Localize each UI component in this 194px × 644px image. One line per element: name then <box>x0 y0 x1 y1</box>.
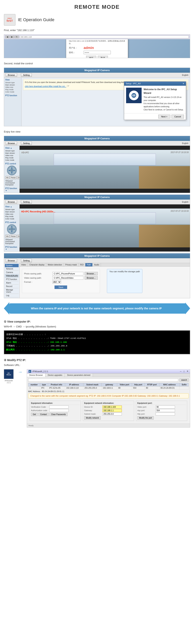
save-button[interactable]: Save <box>54 286 67 289</box>
verify-code-input[interactable] <box>49 406 69 408</box>
td-type: IPC <box>40 386 48 390</box>
camera-main-1: HD-IPC 2017-07-27 18:10:38 <box>19 146 190 193</box>
vtab-privacy-mask[interactable]: Privacy mask <box>64 263 79 266</box>
nav-log[interactable]: Log <box>5 294 19 297</box>
modify-network-btn[interactable]: Modify network <box>84 416 101 420</box>
http-port-input[interactable] <box>156 412 175 416</box>
view-title-2[interactable]: View ▲ <box>5 206 18 208</box>
photo-path-input[interactable] <box>52 272 83 275</box>
nav-system[interactable]: System <box>5 264 19 267</box>
setup-body-line1: This will install IPC_AX version 2.4.15.… <box>144 96 184 102</box>
video-path-input[interactable] <box>52 276 83 280</box>
lv-browse-btn[interactable]: Browse <box>6 142 17 145</box>
camera-svg-icon <box>131 92 137 98</box>
arrow-banner-body: When the camera IP and your network is n… <box>9 303 185 314</box>
nav-manage-users[interactable]: Manage Users <box>5 288 19 294</box>
lv-setting-btn[interactable]: Setting <box>21 142 32 145</box>
nav-refresh[interactable]: ↻ <box>14 35 19 38</box>
video-browse-btn[interactable]: Browse... <box>85 276 98 280</box>
nav-ptz-function[interactable]: PTZ function <box>5 278 19 281</box>
vtab-char-display[interactable]: Character display <box>28 263 46 266</box>
setting-btn[interactable]: Setting <box>21 73 32 77</box>
photo-browse-btn[interactable]: Browse... <box>85 272 98 275</box>
th-number: number <box>28 383 40 386</box>
ptz-function-2[interactable]: PTZ function ▼ <box>5 246 18 250</box>
ptz-function-label[interactable]: PTZ function <box>5 94 20 96</box>
language-selector[interactable]: English <box>182 74 188 76</box>
view-section-title[interactable]: View <box>5 79 20 81</box>
lv2-setting-btn[interactable]: Setting <box>21 200 32 204</box>
iris-btn-1[interactable]: Iris <box>5 176 9 179</box>
browse-btn[interactable]: Browse <box>6 73 17 77</box>
nav-video-audio[interactable]: Video&Audio <box>5 274 19 278</box>
nav-alarm[interactable]: Alarm <box>5 281 19 285</box>
step2-screenshot: Megapixel IP Camera Browse Setting Engli… <box>4 68 190 126</box>
ok-button[interactable]: 确定 <box>86 56 96 58</box>
address-bar[interactable]: 192.168.1.110 <box>19 36 189 38</box>
wall-decor-2 <box>139 225 190 248</box>
nav-record[interactable]: Record <box>5 285 19 288</box>
wizard-search-btn[interactable]: search <box>180 378 189 382</box>
wizard-minimize-icon[interactable]: ─ <box>180 370 182 372</box>
nav-forward[interactable]: ▶ <box>10 35 14 38</box>
path-settings-area: Photo saving path: Browse... Video savin… <box>19 266 190 296</box>
wizard-tab-device-params[interactable]: Device parameters derived <box>65 374 93 377</box>
subnet-input[interactable] <box>102 412 122 416</box>
modify-port-btn[interactable]: Modify the port <box>137 416 154 420</box>
tilt-speed-1: TiltSpeed <box>5 180 18 182</box>
cancel-button[interactable]: 取消 <box>98 56 108 58</box>
get-btn[interactable]: Get <box>31 413 38 416</box>
contact-btn[interactable]: Contact <box>38 413 48 416</box>
room-sim-2 <box>19 208 190 248</box>
svg-point-3 <box>134 95 134 96</box>
ptz-circle-1[interactable] <box>7 166 17 175</box>
vtab-motion-detect[interactable]: Motion detection <box>46 263 64 266</box>
setup-cancel-btn[interactable]: Cancel <box>172 115 184 118</box>
wizard-tab-device-browser[interactable]: Device Browser <box>27 374 45 377</box>
table-row[interactable]: 1 IPC IPC-EZ4x-85 192.168.0.110 255.255.… <box>28 386 189 390</box>
focus-btn-1[interactable]: Focus <box>10 176 17 179</box>
wizard-maximize-icon[interactable]: □ <box>183 370 185 372</box>
rtsp-port-input[interactable] <box>156 409 175 412</box>
nav-back[interactable]: ◀ <box>5 35 9 38</box>
iris-btn-2[interactable]: Iris <box>5 235 9 238</box>
settings-layout: System Network Camera Video&Audio PTZ fu… <box>4 263 190 298</box>
browser-toolbar: ◀ ▶ ↻ 192.168.1.110 <box>4 34 190 39</box>
ptz-circle-2[interactable] <box>7 224 17 234</box>
lv2-language-btn[interactable]: English <box>182 201 188 203</box>
gateway-input[interactable] <box>102 409 122 412</box>
live-time-2: 2017-07-27 18:10:38 <box>170 210 188 212</box>
password-input[interactable] <box>84 51 111 54</box>
auth-code-input[interactable] <box>49 409 69 412</box>
wizard-tab-device-upgrades[interactable]: Device upgrades <box>45 374 65 377</box>
equipment-network-title: Equipment network information: <box>84 402 133 405</box>
path-settings-box: Photo saving path: Browse... Video savin… <box>22 269 100 293</box>
ipc-logo-label: IPWizardII2.2.1 <box>5 380 13 384</box>
st-setting-btn[interactable]: Setting <box>21 259 32 262</box>
st-browse-btn[interactable]: Browse <box>6 259 17 262</box>
verify-code-row: Verification Code: <box>31 406 80 408</box>
video-port-input[interactable] <box>156 406 175 408</box>
focus-btn-2[interactable]: Focus <box>10 235 17 238</box>
view-title-1[interactable]: View ▲ <box>5 147 18 149</box>
device-id-input[interactable] <box>102 406 122 408</box>
vtab-path[interactable]: Path <box>85 263 93 266</box>
vtab-audio[interactable]: Audio <box>93 263 101 266</box>
logo-main-text: firST <box>6 19 13 22</box>
nav-network[interactable]: Network <box>5 267 19 271</box>
setup-close-icon[interactable]: ✕ <box>183 82 184 85</box>
download-control-link[interactable]: click here download control After instal… <box>25 85 66 88</box>
ptz-function-1[interactable]: PTZ function ▼ <box>5 187 18 192</box>
wizard-close-icon[interactable]: ✕ <box>187 370 188 372</box>
lv2-browse-btn[interactable]: Browse <box>6 200 17 204</box>
video-tabs: Video Character display Motion detection… <box>19 263 190 266</box>
nav-camera[interactable]: Camera <box>5 271 19 274</box>
wizard-search-input[interactable] <box>28 378 178 382</box>
setup-next-btn[interactable]: Next > <box>158 115 170 118</box>
equipment-network-panel: Equipment network information: Device ID… <box>83 401 134 421</box>
format-select[interactable]: AVI MP4 <box>52 280 61 284</box>
clear-pass-btn[interactable]: Clear Passwords <box>49 413 68 416</box>
vtab-video[interactable]: Video <box>19 263 28 266</box>
lv-language-btn[interactable]: English <box>182 142 188 144</box>
vtab-roi[interactable]: ROI <box>79 263 85 266</box>
